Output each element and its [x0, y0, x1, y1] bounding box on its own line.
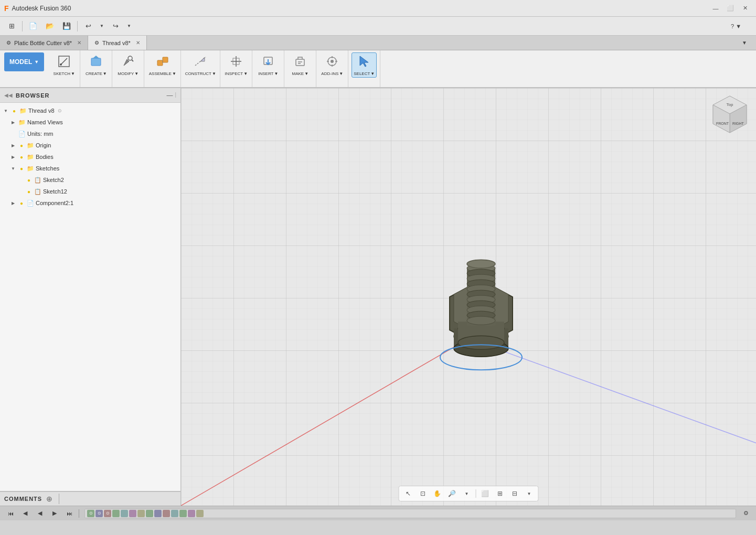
eye-origin[interactable]: ●	[18, 142, 25, 149]
inspect-button[interactable]: INSPECT ▼	[223, 52, 249, 78]
redo-dropdown[interactable]: ▼	[125, 19, 133, 33]
expand-origin[interactable]: ▶	[9, 142, 17, 149]
help-button[interactable]: ? ▼	[720, 19, 752, 33]
app-title: F Autodesk Fusion 360	[4, 4, 71, 13]
viewcube[interactable]: Top FRONT RIGHT	[709, 93, 751, 135]
construct-button[interactable]: CONSTRUCT ▼	[188, 52, 213, 78]
timeline-settings[interactable]: ⚙	[740, 508, 752, 519]
tab-overflow[interactable]: ▼	[737, 36, 752, 50]
new-button[interactable]: 📄	[26, 19, 40, 33]
eye-bodies[interactable]: ●	[18, 153, 25, 160]
timeline-item[interactable]	[179, 510, 187, 517]
timeline-item[interactable]	[112, 510, 120, 517]
eye-component21[interactable]: ●	[18, 199, 25, 207]
timeline-item[interactable]: ⊙	[104, 510, 111, 517]
timeline-prev[interactable]: ◀	[19, 508, 31, 519]
eye-thread-v8[interactable]: ●	[10, 107, 18, 114]
modify-button[interactable]: MODIFY ▼	[115, 52, 141, 78]
svg-text:RIGHT: RIGHT	[732, 122, 744, 125]
tab-close-2[interactable]: ✕	[136, 40, 140, 46]
sketch-button[interactable]: SKETCH ▼	[51, 52, 77, 78]
tree-item-component21[interactable]: ▶ ● 📄 Component2:1	[7, 197, 180, 209]
tab-thread[interactable]: ⚙ Thread v8* ✕	[88, 36, 147, 50]
expand-bodies[interactable]: ▶	[9, 153, 17, 160]
add-comment-button[interactable]: ⊕	[46, 495, 52, 503]
ribbon-group-modify: MODIFY ▼	[112, 50, 144, 87]
timeline-item[interactable]	[188, 510, 195, 517]
insert-button[interactable]: INSERT ▼	[255, 52, 281, 78]
make-label: MAKE	[292, 71, 304, 76]
make-button[interactable]: MAKE ▼	[288, 52, 313, 78]
timeline-start[interactable]: ⏮	[4, 508, 17, 519]
undo-button[interactable]: ↩	[81, 19, 95, 33]
vpt-pan-orbit[interactable]: ⊡	[416, 487, 430, 500]
sketch12-icon: 📋	[34, 187, 42, 196]
eye-sketch12[interactable]: ●	[25, 188, 33, 195]
tree-item-bodies[interactable]: ▶ ● 📁 Bodies	[7, 151, 180, 163]
timeline-item[interactable]	[154, 510, 162, 517]
tab-icon-1: ⚙	[6, 40, 11, 46]
svg-text:FRONT: FRONT	[716, 122, 729, 125]
eye-sketches[interactable]: ●	[18, 165, 25, 172]
tab-close-1[interactable]: ✕	[77, 40, 81, 46]
browser-collapse[interactable]: ◀◀	[4, 92, 13, 98]
eye-sketch2[interactable]: ●	[25, 176, 33, 184]
viewport[interactable]: Top FRONT RIGHT ↖ ⊡ ✋ 🔎 ▼ ⬜ ⊞ ⊟ ▼	[181, 88, 756, 506]
folder-icon-bodies: 📁	[26, 153, 35, 161]
vpt-zoom[interactable]: 🔎	[445, 487, 459, 500]
timeline-item[interactable]: ⊙	[95, 510, 103, 517]
expand-named-views[interactable]: ▶	[9, 119, 17, 126]
app-title-text: Autodesk Fusion 360	[12, 5, 71, 12]
select-button[interactable]: SELECT ▼	[352, 52, 377, 78]
vpt-view-options[interactable]: ⊟	[508, 487, 521, 500]
minimize-button[interactable]: —	[709, 3, 722, 14]
undo-dropdown[interactable]: ▼	[98, 19, 106, 33]
tree-item-thread-v8[interactable]: ▼ ● 📁 Thread v8 ⊙	[0, 105, 180, 116]
browser-panel: ◀◀ BROWSER — | ▼ ● 📁 Thread v8 ⊙ ▶ 📁 Nam…	[0, 88, 181, 506]
timeline-item[interactable]	[137, 510, 145, 517]
ribbon-group-construct: CONSTRUCT ▼	[181, 50, 220, 87]
vpt-select-mode[interactable]: ↖	[401, 487, 415, 500]
expand-thread-v8[interactable]: ▼	[2, 107, 9, 114]
expand-sketches[interactable]: ▼	[9, 165, 17, 172]
save-button[interactable]: 💾	[59, 19, 74, 33]
vpt-zoom-dropdown[interactable]: ▼	[460, 487, 474, 500]
tree-item-named-views[interactable]: ▶ 📁 Named Views	[7, 116, 180, 128]
vpt-view-dropdown[interactable]: ▼	[523, 487, 536, 500]
close-button[interactable]: ✕	[738, 3, 752, 14]
model-mode-button[interactable]: MODEL ▼	[4, 52, 44, 71]
tab-bottle-cutter[interactable]: ⚙ Platic Bottle Cutter v8* ✕	[0, 36, 88, 50]
timeline-item[interactable]	[121, 510, 128, 517]
timeline-play-back[interactable]: ◀	[34, 508, 46, 519]
tree-item-sketch2[interactable]: ● 📋 Sketch2	[15, 174, 180, 186]
timeline-item[interactable]	[129, 510, 136, 517]
tree-item-origin[interactable]: ▶ ● 📁 Origin	[7, 140, 180, 151]
timeline-item[interactable]	[146, 510, 153, 517]
timeline-item[interactable]	[196, 510, 204, 517]
sketch2-icon: 📋	[34, 176, 42, 184]
timeline-end[interactable]: ⏭	[63, 508, 76, 519]
timeline-track[interactable]: ⊙ ⊙ ⊙	[84, 509, 736, 518]
addins-button[interactable]: ADD-INS ▼	[320, 52, 345, 78]
redo-button[interactable]: ↪	[108, 19, 123, 33]
panel-resize[interactable]	[59, 494, 59, 504]
vpt-pan[interactable]: ✋	[431, 487, 444, 500]
timeline-item[interactable]: ⊙	[87, 510, 94, 517]
tree-item-sketches[interactable]: ▼ ● 📁 Sketches	[7, 163, 180, 174]
vpt-display-mode[interactable]: ⬜	[478, 487, 492, 500]
ribbon-group-inspect: INSPECT ▼	[220, 50, 252, 87]
thread-v8-indicator: ⊙	[58, 108, 62, 113]
create-button[interactable]: CREATE ▼	[83, 52, 109, 78]
vpt-grid-toggle[interactable]: ⊞	[493, 487, 507, 500]
timeline-item[interactable]	[171, 510, 178, 517]
open-button[interactable]: 📂	[42, 19, 57, 33]
timeline-item[interactable]	[163, 510, 170, 517]
timeline-play[interactable]: ▶	[48, 508, 61, 519]
expand-component21[interactable]: ▶	[9, 199, 17, 207]
browser-collapse-btn[interactable]: —	[166, 92, 173, 99]
tree-item-sketch12[interactable]: ● 📋 Sketch12	[15, 186, 180, 197]
grid-button[interactable]: ⊞	[4, 19, 19, 33]
restore-button[interactable]: ⬜	[723, 3, 737, 14]
main-area: ◀◀ BROWSER — | ▼ ● 📁 Thread v8 ⊙ ▶ 📁 Nam…	[0, 88, 756, 506]
assemble-button[interactable]: ASSEMBLE ▼	[150, 52, 175, 78]
